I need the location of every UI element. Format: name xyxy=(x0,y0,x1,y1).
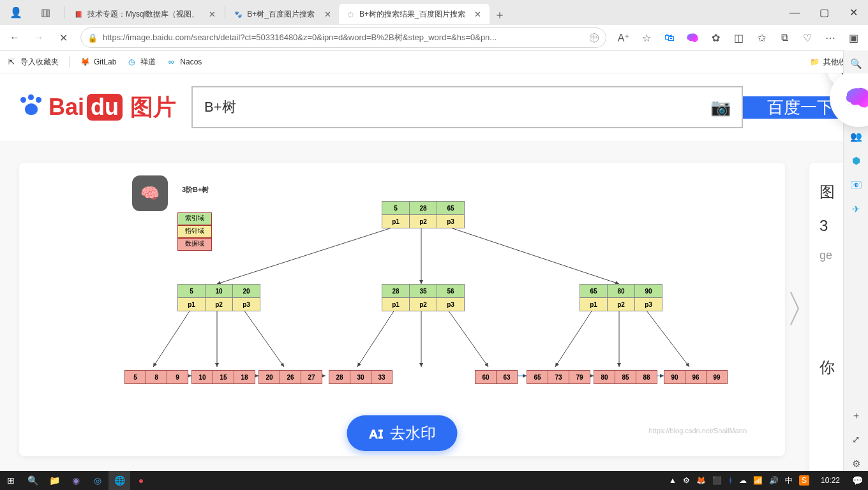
tab-actions-icon[interactable]: ▥ xyxy=(34,3,56,23)
close-window-button[interactable]: ✕ xyxy=(839,0,868,25)
browser-toolbar: ← → ✕ 🔒 https://image.baidu.com/search/d… xyxy=(0,25,868,51)
sidebar-add-icon[interactable]: ＋ xyxy=(849,408,863,422)
taskbar-app-icon[interactable]: ◎ xyxy=(87,471,108,490)
collections-icon[interactable]: ⧉ xyxy=(774,27,795,48)
taskbar-explorer-icon[interactable]: 📁 xyxy=(43,471,65,490)
shopping-icon[interactable]: 🛍 xyxy=(659,27,680,48)
legend-index: 索引域 xyxy=(177,212,212,225)
sidebar-settings-icon[interactable]: ⚙ xyxy=(849,457,863,471)
back-button[interactable]: ← xyxy=(4,27,26,48)
split-screen-icon[interactable]: ◫ xyxy=(728,27,749,48)
svg-line-5 xyxy=(243,308,284,367)
baidu-logo[interactable]: Baidu图片 xyxy=(49,92,176,123)
taskbar-edge-icon[interactable]: 🌐 xyxy=(108,471,130,490)
import-bookmarks-button[interactable]: ⇱ 导入收藏夹 xyxy=(6,57,59,68)
page-content: 💬 🧠 Baidu图片 📷 百度一下 🧠 3阶B+树 索引域 指针域 数据域 xyxy=(0,73,868,472)
import-label: 导入收藏夹 xyxy=(20,57,59,68)
ai-overlay-icon[interactable]: 🧠 xyxy=(132,175,168,211)
heart-icon[interactable]: ♡ xyxy=(797,27,818,48)
legend-data: 数据域 xyxy=(177,238,212,251)
close-icon[interactable]: ✕ xyxy=(207,9,217,19)
tray-cloud-icon[interactable]: ☁ xyxy=(739,476,747,485)
new-tab-button[interactable]: ＋ xyxy=(490,4,510,25)
more-icon[interactable]: ⋯ xyxy=(819,27,841,48)
address-bar[interactable]: 🔒 https://image.baidu.com/search/detail?… xyxy=(80,27,606,48)
sidebar-search-icon[interactable]: 🔍 xyxy=(849,57,863,71)
translate-icon[interactable]: ㊥ xyxy=(589,31,599,45)
taskbar-clock[interactable]: 10:22 xyxy=(814,476,846,485)
tray-icon[interactable]: 🦊 xyxy=(696,476,706,485)
svg-line-0 xyxy=(217,226,396,284)
browser-tab-1[interactable]: 🐾 B+树_百度图片搜索 ✕ xyxy=(227,4,339,24)
legend-pointer: 指针域 xyxy=(177,225,212,238)
forward-button: → xyxy=(28,27,50,48)
close-icon[interactable]: ✕ xyxy=(322,9,333,19)
tray-icon[interactable]: ⚙ xyxy=(683,476,690,485)
svg-line-8 xyxy=(447,308,488,367)
sidebar-capture-icon[interactable]: ⤢ xyxy=(849,433,863,447)
notifications-icon[interactable]: 💬 xyxy=(846,471,868,490)
image-detail-card: 🧠 3阶B+树 索引域 指针域 数据域 xyxy=(19,163,785,456)
tray-icon[interactable]: ⬛ xyxy=(712,476,722,485)
tree-leaf-node: 101518 xyxy=(191,370,255,384)
maximize-button[interactable]: ▢ xyxy=(809,0,839,25)
svg-line-3 xyxy=(153,308,191,367)
brain-icon[interactable]: 🧠 xyxy=(682,27,703,48)
tab-label: 技术专题：Mysql数据库（视图、 xyxy=(87,9,199,20)
sidebar-outlook-icon[interactable]: 📧 xyxy=(849,178,863,192)
bookmark-zentao[interactable]: ◷ 禅道 xyxy=(126,57,156,68)
tray-bluetooth-icon[interactable]: ᚼ xyxy=(728,476,733,485)
tab-favicon: 🐾 xyxy=(233,9,243,19)
browser-tab-2-active[interactable]: ◌ B+树的搜索结果_百度图片搜索 ✕ xyxy=(339,4,490,24)
baidu-search-header: Baidu图片 📷 百度一下 xyxy=(0,73,868,141)
taskbar-app-icon[interactable]: ◉ xyxy=(65,471,87,490)
diagram-legend: 索引域 指针域 数据域 xyxy=(177,212,212,251)
taskbar-search-icon[interactable]: 🔍 xyxy=(22,471,43,490)
tab-label: B+树的搜索结果_百度图片搜索 xyxy=(359,9,465,20)
tray-wifi-icon[interactable]: 📶 xyxy=(753,476,763,485)
tree-leaf-node: 808588 xyxy=(594,370,657,384)
tree-leaf-node: 202627 xyxy=(258,370,322,384)
bookmarks-bar: ⇱ 导入收藏夹 🦊 GitLab ◷ 禅道 ∞ Nacos 📁 其他收藏夹 xyxy=(0,51,868,73)
button-label: 去水印 xyxy=(390,423,436,443)
taskbar-record-icon[interactable]: ● xyxy=(130,471,152,490)
sidebar-people-icon[interactable]: 👥 xyxy=(849,130,863,144)
baidu-paw-icon xyxy=(19,94,45,120)
profile-icon[interactable]: 👤 xyxy=(5,3,27,23)
start-button[interactable]: ⊞ xyxy=(0,471,22,490)
tree-leaf-node: 657379 xyxy=(527,370,590,384)
favorite-icon[interactable]: ☆ xyxy=(636,27,657,48)
gitlab-icon: 🦊 xyxy=(80,57,90,67)
bookmark-gitlab[interactable]: 🦊 GitLab xyxy=(80,57,116,67)
tray-volume-icon[interactable]: 🔊 xyxy=(769,476,779,485)
browser-tab-0[interactable]: 📕 技术专题：Mysql数据库（视图、 ✕ xyxy=(67,4,223,24)
remove-watermark-button[interactable]: ᴀɪ 去水印 xyxy=(347,415,458,451)
lock-icon: 🔒 xyxy=(87,33,98,43)
watermark-source: https://blog.csdn.net/SnailMann xyxy=(649,427,747,434)
svg-line-6 xyxy=(357,308,396,367)
close-icon[interactable]: ✕ xyxy=(473,9,483,19)
nacos-icon: ∞ xyxy=(166,57,176,67)
favorites-list-icon[interactable]: ✩ xyxy=(751,27,772,48)
tree-internal-node: 658090 p1p2p3 xyxy=(580,284,662,311)
tab-favicon: ◌ xyxy=(345,9,355,19)
minimize-button[interactable]: — xyxy=(780,0,809,25)
svg-line-11 xyxy=(645,308,689,367)
tray-overflow-icon[interactable]: ▲ xyxy=(669,476,677,485)
system-tray[interactable]: ▲ ⚙ 🦊 ⬛ ᚼ ☁ 📶 🔊 中 S xyxy=(669,475,814,486)
read-aloud-icon[interactable]: A⁺ xyxy=(613,27,634,48)
sidebar-toggle-icon[interactable]: ▣ xyxy=(842,27,864,48)
tray-ime-icon[interactable]: 中 xyxy=(785,475,793,486)
ai-icon: ᴀɪ xyxy=(369,424,384,442)
tray-sogou-icon[interactable]: S xyxy=(799,475,809,486)
sidebar-send-icon[interactable]: ✈ xyxy=(849,202,863,216)
sidebar-hex-icon[interactable]: ⬢ xyxy=(849,154,863,168)
stop-button[interactable]: ✕ xyxy=(52,27,74,48)
search-input[interactable] xyxy=(193,87,701,127)
diagram-title: 3阶B+树 xyxy=(182,185,209,195)
tree-leaf-node: 589 xyxy=(124,370,188,384)
camera-search-icon[interactable]: 📷 xyxy=(701,87,740,127)
bookmark-nacos[interactable]: ∞ Nacos xyxy=(166,57,202,67)
extensions-icon[interactable]: ✿ xyxy=(705,27,726,48)
tab-favicon: 📕 xyxy=(73,9,84,19)
